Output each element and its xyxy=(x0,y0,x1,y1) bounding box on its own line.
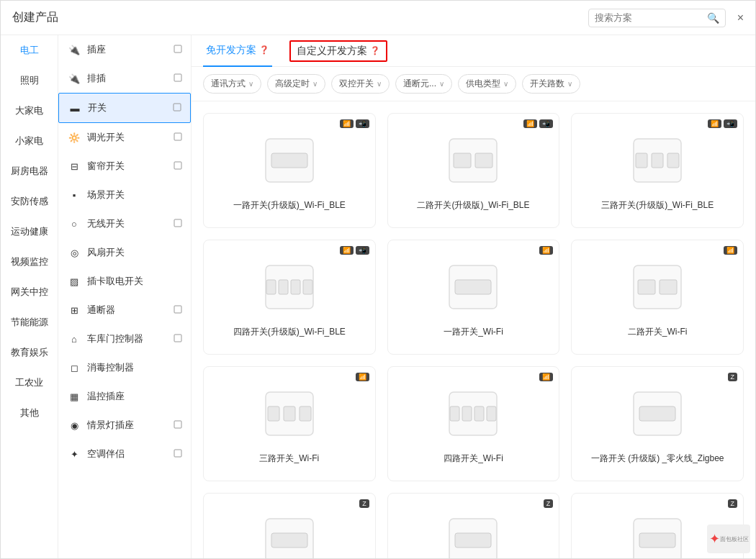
sidebar-mid-item-switch[interactable]: ▬开关 xyxy=(58,93,191,123)
svg-rect-8 xyxy=(174,421,181,428)
sidebar-mid-item-curtain[interactable]: ⊟窗帘开关 xyxy=(58,152,191,181)
product-card-p3[interactable]: 📶📲 三路开关(升级版)_Wi-Fi_BLE xyxy=(571,113,744,228)
filter-routes[interactable]: 开关路数∨ xyxy=(522,74,580,94)
zigbee-badge: Z xyxy=(359,499,369,508)
search-input[interactable] xyxy=(595,12,703,23)
sidebar-mid-item-powerstrip[interactable]: 🔌排插 xyxy=(58,64,191,93)
sidebar-left-item-small-appliance[interactable]: 小家电 xyxy=(1,126,58,156)
tab-custom-help[interactable]: ❓ xyxy=(370,46,380,55)
wifi-badge: 📶 xyxy=(539,373,553,381)
sidebar-mid-label: 排插 xyxy=(87,72,168,85)
sidebar-mid-label: 情景灯插座 xyxy=(87,419,168,432)
tab-custom[interactable]: 自定义开发方案 ❓ xyxy=(289,40,387,62)
svg-rect-36 xyxy=(474,406,484,421)
svg-rect-22 xyxy=(291,280,300,294)
svg-rect-28 xyxy=(660,280,677,294)
socket-icon: 🔌 xyxy=(67,42,81,57)
sidebar-mid-item-disinfect[interactable]: ◻消毒控制器 xyxy=(58,353,191,382)
product-image-p9 xyxy=(625,381,690,446)
filter-dual[interactable]: 双控开关∨ xyxy=(331,74,390,94)
product-badges-p3: 📶📲 xyxy=(708,119,737,128)
sidebar-mid-right-icon xyxy=(174,305,182,316)
filter-circuit[interactable]: 通断元...∨ xyxy=(395,74,452,94)
sidebar-mid-right-icon xyxy=(174,334,182,345)
sidebar-mid-item-breaker[interactable]: ⊞通断器 xyxy=(58,296,191,324)
product-name-p8: 四路开关_Wi-Fi xyxy=(444,452,503,465)
svg-rect-2 xyxy=(174,104,181,111)
filter-comm[interactable]: 通讯方式∨ xyxy=(203,74,261,94)
sidebar-mid-item-socket[interactable]: 🔌插座 xyxy=(58,35,191,64)
close-button[interactable]: × xyxy=(737,12,744,24)
svg-rect-0 xyxy=(174,45,181,53)
ble-badge: 📲 xyxy=(539,119,553,128)
sidebar-left-item-gateway[interactable]: 网关中控 xyxy=(1,277,58,307)
product-image-p2 xyxy=(441,128,505,193)
card-icon: ▨ xyxy=(67,274,81,288)
sidebar-mid-right-icon xyxy=(174,449,182,460)
sidebar-mid-item-dimmer[interactable]: 🔆调光开关 xyxy=(58,123,191,152)
search-box[interactable]: 🔍 xyxy=(588,9,726,27)
product-name-p5: 一路开关_Wi-Fi xyxy=(444,325,503,338)
wifi-badge: 📶 xyxy=(356,373,369,381)
product-image-p5 xyxy=(441,255,505,319)
tab-free[interactable]: 免开发方案 ❓ xyxy=(203,35,272,67)
product-card-p8[interactable]: 📶 四路开关_Wi-Fi xyxy=(387,366,560,481)
sidebar-left-item-security[interactable]: 安防传感 xyxy=(1,186,58,217)
product-card-p11[interactable]: Z xyxy=(387,493,560,558)
product-card-p7[interactable]: 📶 三路开关_Wi-Fi xyxy=(203,366,376,481)
sidebar-left-item-kitchen[interactable]: 厨房电器 xyxy=(1,156,58,186)
sidebar-left-item-lighting[interactable]: 照明 xyxy=(1,65,58,96)
sidebar-mid-item-smart-light[interactable]: ◉情景灯插座 xyxy=(58,411,191,440)
sidebar-mid-label: 风扇开关 xyxy=(87,246,182,259)
smart-light-icon: ◉ xyxy=(67,418,81,432)
svg-rect-9 xyxy=(174,450,181,457)
sidebar-mid-label: 温控插座 xyxy=(87,390,182,403)
sidebar-left-item-agriculture[interactable]: 工农业 xyxy=(1,368,58,398)
product-card-p10[interactable]: Z xyxy=(203,493,376,558)
sidebar-left-item-sports[interactable]: 运动健康 xyxy=(1,217,58,247)
sidebar-mid-item-ac[interactable]: ✦空调伴侣 xyxy=(58,440,191,468)
sidebar-mid-label: 调光开关 xyxy=(87,131,168,144)
sidebar-left-item-video[interactable]: 视频监控 xyxy=(1,247,58,277)
svg-rect-23 xyxy=(303,280,312,294)
sidebar-left-item-appliance[interactable]: 大家电 xyxy=(1,96,58,126)
product-badges-p2: 📶📲 xyxy=(523,119,553,128)
product-card-p2[interactable]: 📶📲 二路开关(升级版)_Wi-Fi_BLE xyxy=(387,113,560,228)
product-card-p1[interactable]: 📶📲 一路开关(升级版)_Wi-Fi_BLE xyxy=(203,113,376,228)
sidebar-mid-label: 无线开关 xyxy=(87,217,168,230)
sidebar-left-item-electrician[interactable]: 电工 xyxy=(1,35,58,65)
header: 创建产品 🔍 × xyxy=(1,1,755,35)
svg-rect-13 xyxy=(454,153,471,168)
svg-rect-39 xyxy=(639,406,675,421)
sidebar-mid-item-garage[interactable]: ⌂车库门控制器 xyxy=(58,324,191,353)
svg-rect-5 xyxy=(174,219,181,227)
ble-badge: 📲 xyxy=(356,119,369,128)
powerstrip-icon: 🔌 xyxy=(67,71,81,86)
svg-rect-7 xyxy=(174,335,181,342)
sidebar-mid-item-wireless[interactable]: ○无线开关 xyxy=(58,209,191,238)
tab-free-help[interactable]: ❓ xyxy=(259,45,269,55)
sidebar-mid-item-thermostat[interactable]: ▦温控插座 xyxy=(58,382,191,411)
header-right: 🔍 × xyxy=(588,9,744,27)
sidebar-left-item-other[interactable]: 其他 xyxy=(1,398,58,428)
filter-power[interactable]: 供电类型∨ xyxy=(458,74,516,94)
svg-rect-11 xyxy=(271,153,307,168)
product-card-p9[interactable]: Z 一路开关 (升级版) _零火线_Zigbee xyxy=(571,366,744,481)
product-card-p5[interactable]: 📶 一路开关_Wi-Fi xyxy=(387,240,560,355)
product-image-p4 xyxy=(257,255,322,319)
sidebar-mid-label: 窗帘开关 xyxy=(87,160,168,173)
sidebar-mid-item-fan[interactable]: ◎风扇开关 xyxy=(58,238,191,267)
sidebar-left-item-edu[interactable]: 教育娱乐 xyxy=(1,337,58,368)
zigbee-badge: Z xyxy=(728,499,738,508)
sidebar-mid-right-icon xyxy=(174,45,182,55)
product-card-p4[interactable]: 📶📲 四路开关(升级版)_Wi-Fi_BLE xyxy=(203,240,376,355)
filter-timer[interactable]: 高级定时∨ xyxy=(267,74,325,94)
sidebar-mid-item-scene[interactable]: ▪场景开关 xyxy=(58,181,191,209)
sidebar-mid-item-card[interactable]: ▨插卡取电开关 xyxy=(58,267,191,296)
product-image-p8 xyxy=(441,381,505,446)
product-name-p6: 二路开关_Wi-Fi xyxy=(628,325,688,338)
sidebar-left-item-energy[interactable]: 节能能源 xyxy=(1,307,58,337)
svg-rect-1 xyxy=(174,74,181,81)
product-card-p6[interactable]: 📶 二路开关_Wi-Fi xyxy=(571,240,744,355)
search-icon[interactable]: 🔍 xyxy=(707,12,719,24)
